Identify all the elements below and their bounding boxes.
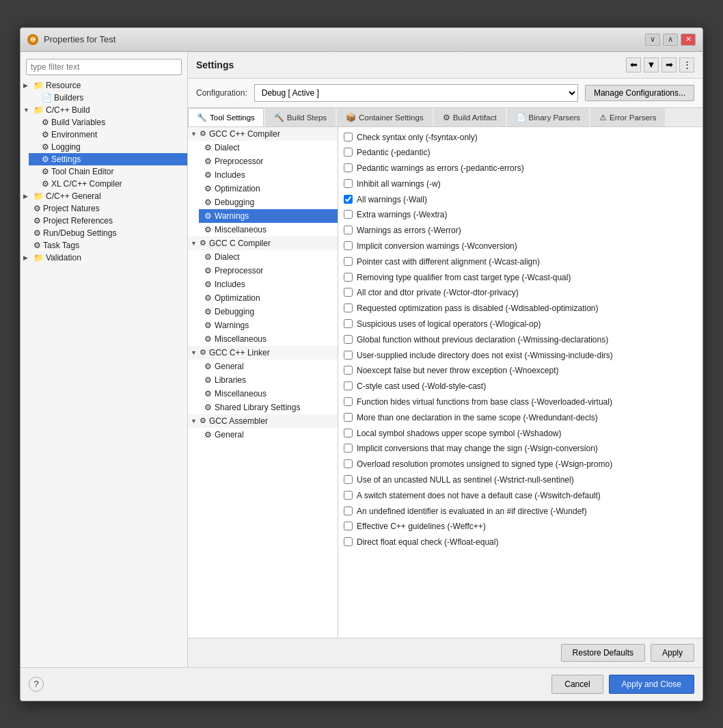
gcc-c-compiler-header[interactable]: ▼ ⚙ GCC C Compiler [188,237,338,250]
checkbox-pedantic[interactable] [344,148,353,157]
cancel-button[interactable]: Cancel [551,675,603,694]
checkbox-wlogical-op[interactable] [344,319,353,328]
tree-leaf-debugging[interactable]: ⚙ Debugging [199,196,338,209]
tree-leaf-l-general[interactable]: ⚙ General [199,360,338,373]
tree-leaf-warnings[interactable]: ⚙ Warnings [199,209,338,223]
gcc-cpp-linker-header[interactable]: ▼ ⚙ GCC C++ Linker [188,346,338,360]
back-button[interactable]: ⬅ [626,57,641,72]
sidebar-item-xl-ccpp-compiler[interactable]: ⚙ XL C/C++ Compiler [29,178,187,190]
more-button[interactable]: ⋮ [679,57,694,72]
tab-build-steps[interactable]: 🔨 Build Steps [265,108,336,126]
close-button[interactable]: ✕ [681,33,696,46]
apply-and-close-button[interactable]: Apply and Close [609,675,694,694]
gcc-assembler-header[interactable]: ▼ ⚙ GCC Assembler [188,414,338,428]
sidebar-item-project-references[interactable]: ⚙ Project References [21,215,187,227]
checkbox-wdisabled-optimization[interactable] [344,304,353,312]
checkbox-inhibit-w[interactable] [344,179,353,188]
leaf-icon: ⚙ [42,142,49,152]
checkbox-wnoexcept[interactable] [344,366,353,375]
tree-leaf-optimization[interactable]: ⚙ Optimization [199,182,338,196]
gcc-cpp-compiler-header[interactable]: ▼ ⚙ GCC C++ Compiler [188,127,338,141]
checkbox-wconversion[interactable] [344,241,353,250]
sidebar-item-tool-chain-editor[interactable]: ⚙ Tool Chain Editor [29,165,187,178]
tab-error-parsers[interactable]: ⚠ Error Parsers [590,108,665,126]
tab-container-settings[interactable]: 📦 Container Settings [337,108,433,126]
checkbox-fsyntax-only[interactable] [344,133,353,141]
tree-leaf-c-includes[interactable]: ⚙ Includes [199,278,338,291]
checkbox-label-wsign-conversion: Implicit conversions that may change the… [357,443,598,455]
tree-leaf-c-miscellaneous[interactable]: ⚙ Miscellaneous [199,332,338,346]
window-title: Properties for Test [44,34,115,44]
checkbox-item-wmissing-include-dirs: User-supplied include directory does not… [338,348,702,364]
sidebar-item-ccpp-general[interactable]: ▶ 📁 C/C++ General [21,190,187,202]
tree-leaf-l-libraries[interactable]: ⚙ Libraries [199,373,338,387]
sidebar-item-builders[interactable]: 📄 Builders [29,92,187,104]
checkbox-wsign-conversion[interactable] [344,444,353,453]
tool-settings-icon: 🔧 [197,113,207,122]
tree-leaf-a-general[interactable]: ⚙ General [199,428,338,442]
checkbox-item-wswitch-default: A switch statement does not have a defau… [338,488,702,504]
search-input[interactable] [26,59,182,75]
leaf-icon: ⚙ [204,293,212,303]
sidebar-item-build-variables[interactable]: ⚙ Build Variables [29,116,187,129]
sidebar-item-ccpp-build[interactable]: ▼ 📁 C/C++ Build [21,104,187,116]
tab-build-artifact[interactable]: ⚙ Build Artifact [434,108,506,126]
checkbox-wswitch-default[interactable] [344,491,353,500]
minimize-button[interactable]: ∨ [645,33,660,46]
sidebar-item-logging[interactable]: ⚙ Logging [29,141,187,153]
help-icon[interactable]: ? [29,677,44,692]
leaf-icon: ⚙ [204,362,212,371]
manage-configurations-button[interactable]: Manage Configurations... [585,85,694,101]
leaf-icon: ⚙ [204,280,212,289]
checkbox-pedantic-errors[interactable] [344,163,353,172]
tree-leaf-c-optimization[interactable]: ⚙ Optimization [199,291,338,305]
warnings-settings-panel: Check syntax only (-fsyntax-only)Pedanti… [338,127,702,638]
sidebar-item-validation[interactable]: ▶ 📁 Validation [21,252,187,264]
checkbox-wall[interactable] [344,195,353,204]
tree-leaf-l-miscellaneous[interactable]: ⚙ Miscellaneous [199,387,338,401]
maximize-button[interactable]: ∧ [663,33,678,46]
tree-leaf-c-debugging[interactable]: ⚙ Debugging [199,305,338,319]
sidebar-item-run-debug-settings[interactable]: ⚙ Run/Debug Settings [21,227,187,239]
tree-leaf-includes[interactable]: ⚙ Includes [199,168,338,182]
checkbox-wfloat-equal[interactable] [344,537,353,546]
apply-button[interactable]: Apply [651,644,694,662]
checkbox-wstrict-null-sentinel[interactable] [344,475,353,484]
checkbox-item-wredundant-decls: More than one declaration in the same sc… [338,410,702,426]
checkbox-werror[interactable] [344,226,353,234]
tree-leaf-miscellaneous[interactable]: ⚙ Miscellaneous [199,223,338,237]
checkbox-woverloaded-virtual[interactable] [344,397,353,406]
checkbox-wextra[interactable] [344,210,353,219]
checkbox-wsign-promo[interactable] [344,459,353,468]
checkbox-wold-style-cast[interactable] [344,381,353,390]
tree-leaf-c-warnings[interactable]: ⚙ Warnings [199,319,338,332]
checkbox-label-wsign-promo: Overload resolution promotes unsigned to… [357,459,612,470]
checkbox-item-pedantic-errors: Pedantic warnings as errors (-pedantic-e… [338,161,702,176]
checkbox-wcast-qual[interactable] [344,273,353,282]
checkbox-wshadow[interactable] [344,429,353,437]
tab-binary-parsers[interactable]: 📄 Binary Parsers [507,108,589,126]
sidebar-item-resource[interactable]: ▶ 📁 Resource [21,79,187,92]
sidebar-item-environment[interactable]: ⚙ Environment [29,129,187,141]
tab-tool-settings[interactable]: 🔧 Tool Settings [188,108,264,126]
checkbox-wcast-align[interactable] [344,257,353,266]
checkbox-wmissing-include-dirs[interactable] [344,351,353,360]
checkbox-wctor-dtor-privacy[interactable] [344,288,353,297]
restore-defaults-button[interactable]: Restore Defaults [561,644,645,662]
checkbox-wundef[interactable] [344,507,353,515]
linker-icon: ⚙ [200,348,206,357]
checkbox-wredundant-decls[interactable] [344,413,353,422]
checkbox-wmissing-declarations[interactable] [344,335,353,344]
tree-leaf-preprocessor[interactable]: ⚙ Preprocessor [199,154,338,168]
forward-button[interactable]: ➡ [661,57,677,72]
sidebar-item-settings[interactable]: ⚙ Settings [29,153,187,165]
checkbox-weffc[interactable] [344,522,353,530]
sidebar-item-task-tags[interactable]: ⚙ Task Tags [21,239,187,252]
tree-leaf-l-shared-library[interactable]: ⚙ Shared Library Settings [199,401,338,414]
tree-leaf-dialect[interactable]: ⚙ Dialect [199,141,338,154]
tree-leaf-c-dialect[interactable]: ⚙ Dialect [199,250,338,264]
tree-leaf-c-preprocessor[interactable]: ⚙ Preprocessor [199,264,338,278]
dropdown-button[interactable]: ▼ [644,57,659,72]
configuration-select[interactable]: Debug [ Active ] [254,84,578,102]
sidebar-item-project-natures[interactable]: ⚙ Project Natures [21,202,187,215]
